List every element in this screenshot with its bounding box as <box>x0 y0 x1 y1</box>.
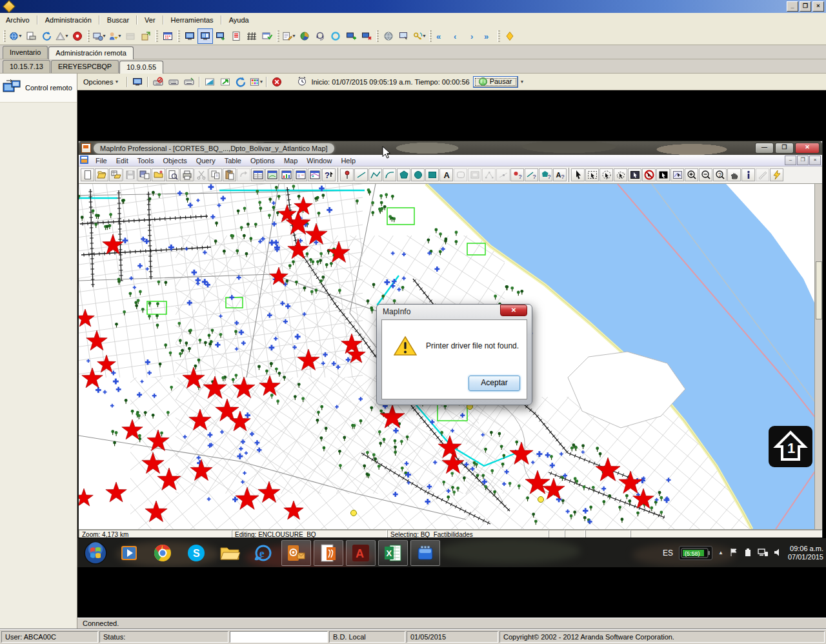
tray-expand-icon[interactable]: ▲ <box>718 550 723 556</box>
toolbar-icon-info[interactable] <box>741 168 755 181</box>
mdi-close-button[interactable]: × <box>809 156 821 165</box>
toolbar-icon-wincheck[interactable] <box>259 28 275 44</box>
toolbar-overflow-icon[interactable]: ▼ <box>520 79 525 84</box>
toolbar-icon-listedit[interactable]: ▼ <box>281 28 297 44</box>
toolbar-icon-hotlink[interactable] <box>770 168 783 181</box>
taskbar-app-explorer[interactable] <box>213 540 247 566</box>
mapinfo-minimize-button[interactable]: — <box>755 143 774 154</box>
menu-ver[interactable]: Ver <box>139 14 161 26</box>
toolbar-icon-savews[interactable] <box>137 168 151 181</box>
toolbar-icon-textA[interactable]: A <box>439 168 453 181</box>
toolbar-icon-rectangle[interactable] <box>425 168 439 181</box>
toolbar-icon-box[interactable] <box>123 28 138 44</box>
taskbar-app-skype[interactable]: S <box>179 540 213 566</box>
mapinfo-menu-edit[interactable]: Edit <box>112 156 133 165</box>
mapinfo-menu-file[interactable]: File <box>91 156 112 165</box>
taskbar-app-orangedoc[interactable] <box>314 540 343 566</box>
toolbar-icon-kbblock[interactable] <box>150 74 166 90</box>
toolbar-icon-logoA[interactable]: ▼ <box>54 28 70 44</box>
mapinfo-titlebar[interactable]: MapInfo Professional - [CORTES_BQ_...,Dp… <box>79 141 822 155</box>
close-button[interactable]: × <box>812 1 824 12</box>
mapinfo-menu-help[interactable]: Help <box>336 156 360 165</box>
toolbar-icon-ruler[interactable] <box>756 168 769 181</box>
toolbar-icon-pin[interactable] <box>340 168 354 181</box>
mapinfo-menu-tools[interactable]: Tools <box>133 156 159 165</box>
toolbar-icon-ellipse[interactable] <box>411 168 425 181</box>
toolbar-icon-calendar[interactable] <box>160 28 176 44</box>
toolbar-icon-pcconf[interactable]: ▼ <box>92 28 107 44</box>
toolbar-icon-headset[interactable] <box>312 28 328 44</box>
mapinfo-close-button[interactable]: ✕ <box>795 143 820 154</box>
toolbar-icon-polygon[interactable] <box>397 168 410 181</box>
mapinfo-menu-options[interactable]: Options <box>246 156 279 165</box>
toolbar-icon-diamond[interactable] <box>502 28 518 44</box>
session-tab-10-9-0-55[interactable]: 10.9.0.55 <box>119 61 163 74</box>
toolbar-icon-reshape[interactable] <box>482 168 496 181</box>
toolbar-icon-navlast[interactable]: » <box>480 28 496 44</box>
toolbar-icon-stopdot[interactable] <box>70 28 85 44</box>
dialog-accept-button[interactable]: Aceptar <box>468 376 520 391</box>
sidebar-item-control-remoto[interactable]: Control remoto <box>0 74 77 103</box>
tray-clock[interactable]: 09:06 a.m.07/01/2015 <box>788 545 823 561</box>
toolbar-icon-expand[interactable] <box>217 74 233 90</box>
toolbar-icon-ring[interactable] <box>328 28 343 44</box>
toolbar-icon-copy[interactable] <box>208 168 222 181</box>
menu-administración[interactable]: Administración <box>39 14 97 26</box>
toolbar-icon-symq[interactable]: ? <box>510 168 524 181</box>
toolbar-icon-docprint[interactable] <box>23 28 39 44</box>
toolbar-icon-zoomout[interactable] <box>699 168 712 181</box>
tab-administraci-n-remota[interactable]: Administración remota <box>48 46 133 59</box>
mdi-restore-button[interactable]: ❐ <box>797 156 809 165</box>
toolbar-icon-unselect[interactable] <box>642 168 656 181</box>
toolbar-icon-undo[interactable] <box>237 168 250 181</box>
toolbar-icon-grapher[interactable] <box>279 168 293 181</box>
toolbar-icon-print[interactable] <box>180 168 194 181</box>
toolbar-icon-worldgray[interactable] <box>381 28 396 44</box>
restore-button[interactable]: ❐ <box>800 1 811 12</box>
menu-archivo[interactable]: Archivo <box>0 14 35 26</box>
mapinfo-menu-query[interactable]: Query <box>192 156 220 165</box>
map-vertical-scrollbar[interactable] <box>814 184 822 529</box>
toolbar-icon-arc[interactable] <box>383 168 396 181</box>
toolbar-icon-open[interactable] <box>95 168 108 181</box>
session-tab-10-15-7-13[interactable]: 10.15.7.13 <box>3 60 50 73</box>
toolbar-icon-layout[interactable] <box>294 168 307 181</box>
toolbar-icon-monitorpanel[interactable] <box>197 28 213 44</box>
toolbar-icon-polyline[interactable] <box>368 168 382 181</box>
mapinfo-restore-button[interactable]: ❐ <box>775 143 794 154</box>
toolbar-icon-district[interactable] <box>308 168 321 181</box>
toolbar-icon-mondel[interactable] <box>359 28 374 44</box>
scrollbar-thumb[interactable] <box>816 261 822 319</box>
options-dropdown[interactable]: Opciones ▼ <box>77 75 125 88</box>
battery-tray-icon[interactable] <box>744 548 752 558</box>
toolbar-icon-textq[interactable]: A? <box>553 168 567 181</box>
toolbar-icon-mapper[interactable] <box>265 168 279 181</box>
toolbar-icon-browser[interactable] <box>251 168 265 181</box>
toolbar-icon-select[interactable] <box>571 168 585 181</box>
toolbar-icon-kb2[interactable] <box>181 74 197 90</box>
battery-timer-badge[interactable]: (5:58) <box>679 546 712 560</box>
toolbar-icon-save[interactable] <box>123 168 137 181</box>
toolbar-icon-exportbox[interactable] <box>138 28 154 44</box>
toolbar-icon-navfirst[interactable]: « <box>434 28 449 44</box>
mapinfo-menu-table[interactable]: Table <box>220 156 246 165</box>
taskbar-app-ie[interactable]: e <box>247 540 280 566</box>
toolbar-icon-monitorgo[interactable] <box>213 28 228 44</box>
toolbar-icon-boundary[interactable] <box>614 168 627 181</box>
mapinfo-menu-objects[interactable]: Objects <box>158 156 191 165</box>
volume-icon[interactable] <box>774 548 782 558</box>
toolbar-icon-graphsel[interactable] <box>670 168 684 181</box>
toolbar-icon-keysync[interactable]: ▼ <box>412 28 427 44</box>
action-center-flag-icon[interactable] <box>729 548 738 558</box>
menu-buscar[interactable]: Buscar <box>101 14 135 26</box>
toolbar-icon-docred[interactable] <box>228 28 244 44</box>
mdi-minimize-button[interactable]: – <box>785 156 796 165</box>
toolbar-icon-pie[interactable] <box>297 28 312 44</box>
tab-inventario[interactable]: Inventario <box>3 46 48 59</box>
toolbar-icon-marquee[interactable] <box>585 168 599 181</box>
toolbar-icon-grid[interactable] <box>244 28 259 44</box>
toolbar-icon-preview[interactable] <box>166 168 179 181</box>
toolbar-icon-addnode[interactable] <box>496 168 510 181</box>
toolbar-icon-polyq[interactable]: ? <box>539 168 552 181</box>
menu-herramientas[interactable]: Herramientas <box>165 14 219 26</box>
